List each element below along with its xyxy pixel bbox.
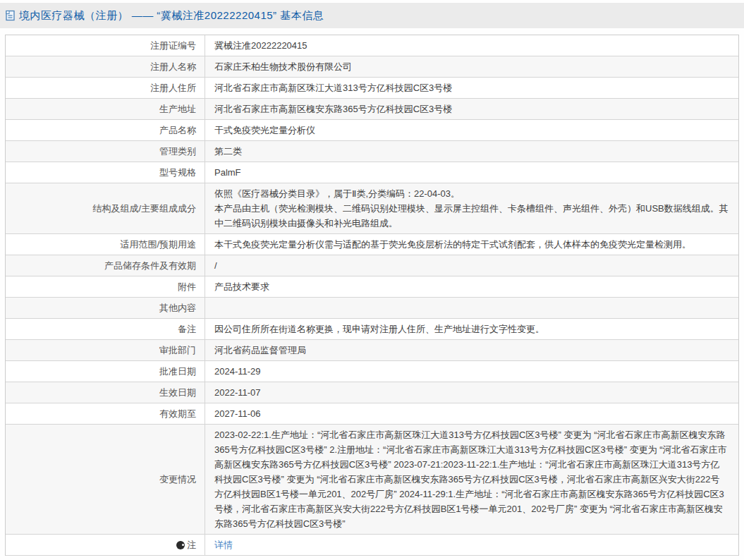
row-label: 注册证编号 <box>6 35 205 56</box>
table-row: 结构及组成/主要组成成分 依照《医疗器械分类目录》，属于Ⅱ类,分类编码：22-0… <box>6 183 738 234</box>
row-label-text: 审批部门 <box>159 343 196 358</box>
row-value-text: 河北省石家庄市高新区珠江大道313号方亿科技园C区3号楼 <box>214 80 452 95</box>
table-row: 注册证编号 冀械注准20222220415 <box>6 35 738 56</box>
note-balloon-icon <box>176 541 185 549</box>
row-value-text: 2027-11-06 <box>214 406 261 421</box>
row-label: 产品储存条件及有效期 <box>6 255 205 276</box>
row-label-text: 有效期至 <box>159 406 196 421</box>
row-label-text: 注 <box>187 537 196 552</box>
table-row: 变更情况 2023-02-22:1.生产地址：“河北省石家庄市高新区珠江大道31… <box>6 425 738 535</box>
table-row: 型号规格 PalmF <box>6 162 738 183</box>
row-label: 审批部门 <box>6 340 205 360</box>
row-label: 生效日期 <box>6 382 205 403</box>
row-label-text: 附件 <box>178 279 196 294</box>
row-value-text: 依照《医疗器械分类目录》，属于Ⅱ类,分类编码：22-04-03。 本产品由主机（… <box>214 186 728 231</box>
row-value-text: PalmF <box>214 165 241 180</box>
table-row: 适用范围/预期用途 本干式免疫荧光定量分析仪需与适配的基于荧光免疫层析法的特定干… <box>6 234 738 255</box>
row-value: 第二类 <box>205 141 738 162</box>
row-label: 管理类别 <box>6 141 205 162</box>
table-row: 其他内容 <box>6 298 738 319</box>
row-value: 详情 <box>205 535 738 555</box>
row-value: 河北省石家庄市高新区槐安东路365号方亿科技园C区3号楼 <box>205 99 738 119</box>
registration-table: 注册证编号 冀械注准20222220415 注册人名称 石家庄禾柏生物技术股份有… <box>5 35 739 556</box>
row-label-text: 结构及组成/主要组成成分 <box>92 201 196 216</box>
table-row: 备注 因公司住所所在街道名称更换，现申请对注册人住所、生产地址进行文字性变更。 <box>6 319 738 340</box>
table-row: 附件 产品技术要求 <box>6 276 738 298</box>
row-value-text: 本干式免疫荧光定量分析仪需与适配的基于荧光免疫层析法的特定干式试剂配套，供人体样… <box>214 237 691 252</box>
row-value: 产品技术要求 <box>205 276 738 297</box>
row-label: 产品名称 <box>6 120 205 140</box>
row-value-text: 产品技术要求 <box>214 279 269 294</box>
row-value: 2022-11-07 <box>205 382 738 403</box>
row-label-text: 注册人名称 <box>150 59 196 74</box>
row-value-text: 2022-11-07 <box>214 385 261 400</box>
document-icon <box>5 10 16 21</box>
detail-link[interactable]: 详情 <box>214 537 233 552</box>
row-label: 批准日期 <box>6 361 205 382</box>
row-label-text: 注册证编号 <box>150 38 196 53</box>
row-label-text: 产品名称 <box>159 123 196 138</box>
row-label-text: 管理类别 <box>159 144 196 159</box>
row-value: 河北省石家庄市高新区珠江大道313号方亿科技园C区3号楼 <box>205 78 738 98</box>
row-value-text: 河北省药品监督管理局 <box>214 343 306 358</box>
row-label-text: 其他内容 <box>159 300 196 315</box>
row-value-text: 河北省石家庄市高新区槐安东路365号方亿科技园C区3号楼 <box>214 102 452 116</box>
row-value: 河北省药品监督管理局 <box>205 340 738 360</box>
table-row: 注册人住所 河北省石家庄市高新区珠江大道313号方亿科技园C区3号楼 <box>6 78 738 99</box>
row-value-text: 石家庄禾柏生物技术股份有限公司 <box>214 59 352 74</box>
row-label-text: 批准日期 <box>159 364 196 379</box>
table-row: 有效期至 2027-11-06 <box>6 403 738 425</box>
row-value-text: 因公司住所所在街道名称更换，现申请对注册人住所、生产地址进行文字性变更。 <box>214 322 544 336</box>
table-row: 生效日期 2022-11-07 <box>6 382 738 403</box>
row-value-text: 2024-11-29 <box>214 364 261 379</box>
table-row: 生产地址 河北省石家庄市高新区槐安东路365号方亿科技园C区3号楼 <box>6 99 738 120</box>
row-label: 结构及组成/主要组成成分 <box>6 183 205 233</box>
row-value <box>205 298 738 318</box>
row-label: 生产地址 <box>6 99 205 119</box>
page-header-bar: 境内医疗器械（注册） —— “冀械注准20222220415” 基本信息 <box>0 3 744 28</box>
row-label: 变更情况 <box>6 425 205 534</box>
row-value-text: 第二类 <box>214 144 242 159</box>
row-value-text: 冀械注准20222220415 <box>214 38 307 53</box>
row-label-text: 适用范围/预期用途 <box>120 237 196 252</box>
row-value: 2024-11-29 <box>205 361 738 382</box>
row-value: 干式免疫荧光定量分析仪 <box>205 120 738 140</box>
table-row: 管理类别 第二类 <box>6 141 738 162</box>
row-label-text: 产品储存条件及有效期 <box>104 258 196 273</box>
table-row: 注 详情 <box>6 535 738 556</box>
row-value: 本干式免疫荧光定量分析仪需与适配的基于荧光免疫层析法的特定干式试剂配套，供人体样… <box>205 234 738 255</box>
row-label: 有效期至 <box>6 403 205 424</box>
row-label: 注册人住所 <box>6 78 205 98</box>
row-label: 适用范围/预期用途 <box>6 234 205 255</box>
row-value: PalmF <box>205 162 738 183</box>
table-row: 产品储存条件及有效期 / <box>6 255 738 276</box>
row-label: 注册人名称 <box>6 56 205 77</box>
table-row: 产品名称 干式免疫荧光定量分析仪 <box>6 120 738 141</box>
table-row: 注册人名称 石家庄禾柏生物技术股份有限公司 <box>6 56 738 78</box>
page-title: 境内医疗器械（注册） —— “冀械注准20222220415” 基本信息 <box>19 9 324 23</box>
row-label: 附件 <box>6 276 205 297</box>
row-label: 型号规格 <box>6 162 205 183</box>
table-row: 审批部门 河北省药品监督管理局 <box>6 340 738 361</box>
row-value: 石家庄禾柏生物技术股份有限公司 <box>205 56 738 77</box>
row-label-text: 备注 <box>178 322 196 336</box>
row-value: 因公司住所所在街道名称更换，现申请对注册人住所、生产地址进行文字性变更。 <box>205 319 738 339</box>
row-value: 2023-02-22:1.生产地址：“河北省石家庄市高新区珠江大道313号方亿科… <box>205 425 738 534</box>
row-label-text: 生产地址 <box>159 102 196 116</box>
row-value: 依照《医疗器械分类目录》，属于Ⅱ类,分类编码：22-04-03。 本产品由主机（… <box>205 183 738 233</box>
row-value: 冀械注准20222220415 <box>205 35 738 56</box>
row-value-text: 干式免疫荧光定量分析仪 <box>214 123 315 138</box>
row-value: 2027-11-06 <box>205 403 738 424</box>
row-value-text: / <box>214 258 217 273</box>
table-row: 批准日期 2024-11-29 <box>6 361 738 382</box>
row-label: 其他内容 <box>6 298 205 318</box>
row-label-text: 生效日期 <box>159 385 196 400</box>
row-label-text: 型号规格 <box>159 165 196 180</box>
row-label-text: 变更情况 <box>159 472 196 487</box>
row-value-text: 2023-02-22:1.生产地址：“河北省石家庄市高新区珠江大道313号方亿科… <box>214 427 728 531</box>
row-label-text: 注册人住所 <box>150 80 196 95</box>
row-label: 注 <box>6 535 205 555</box>
row-label: 备注 <box>6 319 205 339</box>
row-value: / <box>205 255 738 276</box>
